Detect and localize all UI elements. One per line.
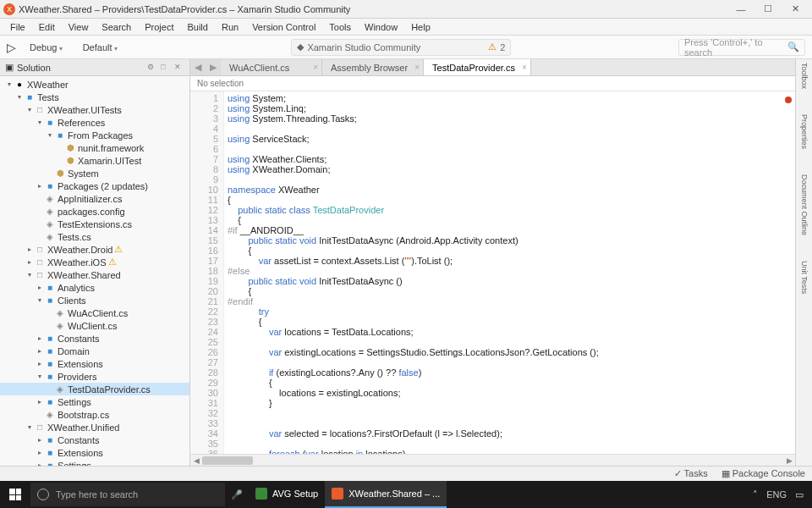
- maximize-button[interactable]: ☐: [754, 1, 782, 18]
- code-line[interactable]: try: [228, 306, 599, 317]
- tree-item[interactable]: ▸□XWeather.iOS⚠: [0, 256, 189, 268]
- code-line[interactable]: [228, 124, 599, 134]
- menu-help[interactable]: Help: [404, 20, 437, 34]
- twisty-icon[interactable]: ▾: [36, 373, 44, 380]
- tray-notifications-icon[interactable]: ▭: [795, 489, 804, 500]
- code-line[interactable]: [228, 144, 599, 154]
- mic-icon[interactable]: 🎤: [225, 489, 249, 500]
- menu-view[interactable]: View: [62, 20, 96, 34]
- tree-item[interactable]: ⬢System: [0, 167, 189, 179]
- twisty-icon[interactable]: ▾: [36, 296, 44, 304]
- editor-tab[interactable]: TestDataProvider.cs×: [424, 59, 531, 75]
- code-line[interactable]: {: [228, 246, 599, 256]
- tree-item[interactable]: ▾■Providers: [0, 370, 189, 383]
- sidebar-config-button[interactable]: ⚙: [147, 63, 157, 73]
- tab-close-icon[interactable]: ×: [414, 63, 420, 72]
- taskbar-task[interactable]: AVG Setup: [249, 481, 325, 508]
- sidebar-close-button[interactable]: ✕: [174, 63, 184, 73]
- tree-item[interactable]: ◈WuAcClient.cs: [0, 306, 189, 319]
- taskbar-search[interactable]: Type here to search: [30, 483, 225, 506]
- tree-item[interactable]: ⬢nunit.framework: [0, 141, 189, 154]
- run-button[interactable]: ▷: [7, 41, 16, 54]
- twisty-icon[interactable]: ▸: [36, 449, 44, 456]
- code-line[interactable]: public static void InitTestDataAsync (An…: [228, 235, 599, 246]
- twisty-icon[interactable]: ▸: [25, 258, 34, 266]
- code-line[interactable]: [228, 337, 599, 347]
- menu-build[interactable]: Build: [180, 20, 214, 34]
- code-line[interactable]: {: [228, 215, 599, 225]
- code-line[interactable]: #if __ANDROID__: [228, 225, 599, 235]
- horizontal-scrollbar[interactable]: ◀ ▶: [190, 454, 795, 466]
- code-line[interactable]: var locations = TestData.Locations;: [228, 327, 599, 337]
- tree-item[interactable]: ◈Tests.cs: [0, 230, 189, 243]
- code-line[interactable]: {: [228, 195, 599, 205]
- tree-item[interactable]: ▸■Extensions: [0, 446, 189, 459]
- twisty-icon[interactable]: ▾: [36, 119, 44, 126]
- code-line[interactable]: using ServiceStack;: [228, 134, 599, 144]
- tree-item[interactable]: ◈Bootstrap.cs: [0, 408, 189, 421]
- tree-item[interactable]: ▾□XWeather.Shared: [0, 268, 189, 281]
- tree-item[interactable]: ◈TestDataProvider.cs: [0, 383, 189, 395]
- tool-tab-properties[interactable]: Properties: [800, 114, 809, 149]
- scroll-left-arrow[interactable]: ◀: [190, 455, 202, 466]
- tree-item[interactable]: ◈WuClient.cs: [0, 319, 189, 332]
- package-console-pad[interactable]: ▦ Package Console: [721, 468, 805, 479]
- tree-item[interactable]: ▸■Domain: [0, 345, 189, 357]
- tree-item[interactable]: ▸■Constants: [0, 332, 189, 345]
- code-line[interactable]: #endif: [228, 296, 599, 306]
- code-line[interactable]: {: [228, 378, 599, 388]
- twisty-icon[interactable]: ▸: [36, 360, 44, 367]
- twisty-icon[interactable]: ▸: [36, 398, 44, 406]
- code-line[interactable]: {: [228, 286, 599, 296]
- twisty-icon[interactable]: ▸: [36, 284, 44, 291]
- minimize-button[interactable]: —: [727, 1, 754, 18]
- menu-window[interactable]: Window: [358, 20, 404, 34]
- code-line[interactable]: [228, 439, 599, 449]
- editor-tab[interactable]: WuAcClient.cs×: [221, 59, 322, 75]
- tree-item[interactable]: ▸■Settings: [0, 459, 189, 466]
- tab-nav-forward[interactable]: ▶: [206, 59, 221, 75]
- twisty-icon[interactable]: ▾: [46, 131, 54, 139]
- tree-item[interactable]: ⬢Xamarin.UITest: [0, 154, 189, 167]
- twisty-icon[interactable]: ▾: [25, 271, 34, 279]
- code-line[interactable]: public static void InitTestDataAsync (): [228, 276, 599, 286]
- config-dropdown[interactable]: Debug: [23, 41, 69, 54]
- editor-tab[interactable]: Assembly Browser×: [322, 59, 424, 75]
- tree-item[interactable]: ▸■Analytics: [0, 281, 189, 294]
- menu-run[interactable]: Run: [215, 20, 245, 34]
- twisty-icon[interactable]: ▸: [36, 334, 44, 342]
- tree-item[interactable]: ▾■Clients: [0, 294, 189, 306]
- code-line[interactable]: using XWeather.Clients;: [228, 154, 599, 164]
- tree-item[interactable]: ▸■Extensions: [0, 357, 189, 370]
- global-search[interactable]: Press 'Control+,' to search 🔍: [678, 39, 805, 56]
- scroll-right-arrow[interactable]: ▶: [783, 455, 795, 466]
- status-pill[interactable]: ◆ Xamarin Studio Community ⚠ 2: [291, 39, 511, 56]
- code-line[interactable]: [228, 357, 599, 367]
- tree-item[interactable]: ▾□XWeather.UITests: [0, 103, 189, 116]
- twisty-icon[interactable]: ▸: [36, 436, 44, 444]
- twisty-icon[interactable]: ▸: [36, 182, 44, 190]
- error-marker[interactable]: [785, 97, 792, 103]
- tab-close-icon[interactable]: ×: [522, 63, 527, 72]
- menu-version-control[interactable]: Version Control: [245, 20, 322, 34]
- twisty-icon[interactable]: ▾: [15, 93, 24, 101]
- code-line[interactable]: [228, 174, 599, 185]
- code-line[interactable]: using System;: [228, 93, 599, 103]
- code-line[interactable]: }: [228, 398, 599, 408]
- tray-overflow-icon[interactable]: ˄: [753, 489, 758, 500]
- tasks-pad[interactable]: ✓ Tasks: [674, 468, 708, 479]
- scroll-thumb[interactable]: [202, 456, 253, 465]
- twisty-icon[interactable]: ▾: [25, 106, 34, 113]
- code-line[interactable]: using System.Threading.Tasks;: [228, 113, 599, 124]
- code-text[interactable]: using System;using System.Linq;using Sys…: [224, 91, 602, 454]
- target-dropdown[interactable]: Default: [76, 41, 124, 54]
- code-line[interactable]: [228, 408, 599, 418]
- tree-item[interactable]: ◈AppInitializer.cs: [0, 192, 189, 205]
- tree-item[interactable]: ◈packages.config: [0, 205, 189, 218]
- twisty-icon[interactable]: ▾: [5, 80, 14, 88]
- solution-tree[interactable]: ▾●XWeather▾■Tests▾□XWeather.UITests▾■Ref…: [0, 76, 189, 466]
- tray-language[interactable]: ENG: [766, 489, 787, 500]
- tab-close-icon[interactable]: ×: [313, 63, 318, 72]
- code-line[interactable]: namespace XWeather: [228, 185, 599, 195]
- code-line[interactable]: if (existingLocations?.Any () ?? false): [228, 367, 599, 378]
